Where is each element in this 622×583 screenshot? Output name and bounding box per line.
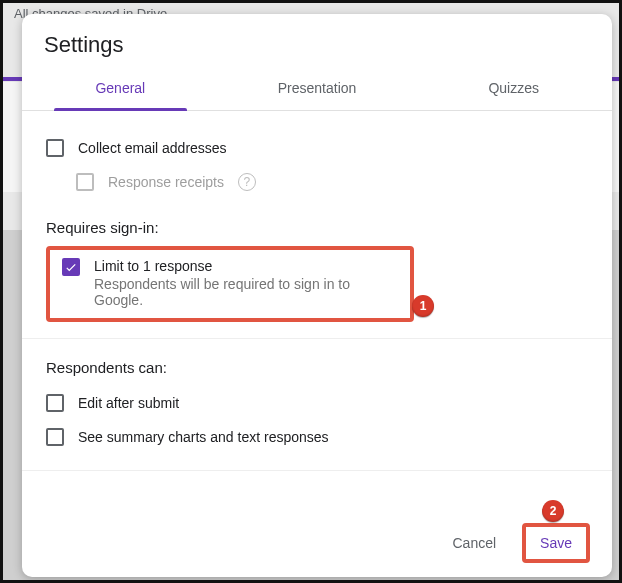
row-collect-emails[interactable]: Collect email addresses: [46, 131, 588, 165]
cancel-button[interactable]: Cancel: [438, 527, 510, 559]
label-response-receipts: Response receipts: [108, 174, 224, 190]
dialog-title: Settings: [22, 14, 612, 66]
checkbox-limit-response[interactable]: [62, 258, 80, 276]
limit-title: Limit to 1 response: [94, 258, 398, 274]
annotation-callout-2: 2: [542, 500, 564, 522]
limit-text: Limit to 1 response Respondents will be …: [94, 258, 398, 308]
label-see-summary: See summary charts and text responses: [78, 429, 329, 445]
highlight-box-limit: Limit to 1 response Respondents will be …: [46, 246, 414, 322]
checkmark-icon: [64, 260, 78, 274]
section-divider-2: [22, 470, 612, 471]
limit-subtitle: Respondents will be required to sign in …: [94, 274, 398, 308]
dialog-body: Collect email addresses Response receipt…: [22, 111, 612, 509]
settings-dialog: Settings General Presentation Quizzes Co…: [22, 14, 612, 577]
row-response-receipts: Response receipts ?: [46, 165, 588, 199]
tab-general[interactable]: General: [22, 66, 219, 110]
checkbox-edit-after-submit[interactable]: [46, 394, 64, 412]
save-button[interactable]: Save: [526, 527, 586, 559]
tab-presentation[interactable]: Presentation: [219, 66, 416, 110]
checkbox-see-summary[interactable]: [46, 428, 64, 446]
label-edit-after-submit: Edit after submit: [78, 395, 179, 411]
tabs-bar: General Presentation Quizzes: [22, 66, 612, 111]
row-edit-after-submit[interactable]: Edit after submit: [46, 386, 588, 420]
row-limit-response[interactable]: Limit to 1 response Respondents will be …: [62, 258, 398, 308]
annotation-callout-1: 1: [412, 295, 434, 317]
respondents-header: Respondents can:: [46, 339, 588, 386]
dialog-actions: Cancel Save: [22, 509, 612, 577]
label-collect-emails: Collect email addresses: [78, 140, 227, 156]
highlight-box-save: Save: [522, 523, 590, 563]
checkbox-response-receipts: [76, 173, 94, 191]
tab-quizzes[interactable]: Quizzes: [415, 66, 612, 110]
help-icon[interactable]: ?: [238, 173, 256, 191]
checkbox-collect-emails[interactable]: [46, 139, 64, 157]
requires-signin-header: Requires sign-in:: [46, 199, 588, 246]
row-see-summary[interactable]: See summary charts and text responses: [46, 420, 588, 454]
